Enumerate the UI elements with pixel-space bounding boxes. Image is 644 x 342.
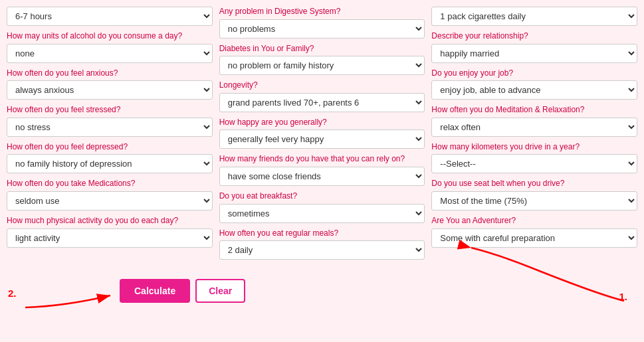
field-job: Do you enjoy your job? enjoy job, able t… — [431, 68, 637, 100]
field-driving: How many kilometers you drive in a year?… — [431, 142, 637, 174]
breakfast-label: Do you eat breakfast? — [219, 191, 425, 202]
field-anxious: How often do you feel anxious? always an… — [7, 68, 213, 100]
sleep-select[interactable]: 6-7 hours less than 6 hours 7-8 hours 8+… — [7, 7, 213, 26]
field-sleep: 6-7 hours less than 6 hours 7-8 hours 8+… — [7, 7, 213, 26]
driving-label: How many kilometers you drive in a year? — [431, 142, 637, 153]
clear-button[interactable]: Clear — [195, 279, 245, 303]
column-3: 1 pack cigarettes daily non smoker occas… — [431, 7, 637, 265]
stressed-label: How often do you feel stressed? — [7, 105, 213, 116]
smoking-select[interactable]: 1 pack cigarettes daily non smoker occas… — [431, 7, 637, 26]
adventurer-label: Are You an Adventurer? — [431, 216, 637, 226]
digestive-select[interactable]: no problems minor problems serious probl… — [219, 19, 425, 39]
digestive-label: Any problem in Digestive System? — [219, 7, 425, 17]
longevity-label: Longevity? — [219, 80, 425, 91]
seatbelt-select[interactable]: Most of the time (75%) Always (100%) Som… — [431, 191, 637, 211]
meals-select[interactable]: 2 daily 3 daily 1 daily irregular — [219, 240, 425, 260]
job-select[interactable]: enjoy job, able to advance neutral about… — [431, 80, 637, 100]
relationship-label: Describe your relationship? — [431, 31, 637, 42]
breakfast-select[interactable]: sometimes always never — [219, 204, 425, 223]
meals-label: How often you eat regular meals? — [219, 228, 425, 239]
alcohol-select[interactable]: none 1-2 units 3-4 units 5+ units — [7, 44, 213, 63]
activity-select[interactable]: light activity moderate activity high ac… — [7, 228, 213, 248]
job-label: Do you enjoy your job? — [431, 68, 637, 79]
column-2: Any problem in Digestive System? no prob… — [219, 7, 425, 265]
happy-select[interactable]: generally feel very happy sometimes happ… — [219, 129, 425, 149]
stressed-select[interactable]: no stress sometimes stressed often stres… — [7, 118, 213, 137]
depressed-label: How often do you feel depressed? — [7, 142, 213, 153]
field-smoking: 1 pack cigarettes daily non smoker occas… — [431, 7, 637, 26]
diabetes-select[interactable]: no problem or family history family hist… — [219, 56, 425, 75]
anxious-label: How often do you feel anxious? — [7, 68, 213, 79]
field-meals: How often you eat regular meals? 2 daily… — [219, 228, 425, 260]
field-medications: How often do you take Medications? seldo… — [7, 179, 213, 211]
driving-select[interactable]: --Select-- under 5000 5000-15000 15000-2… — [431, 154, 637, 173]
friends-select[interactable]: have some close friends many friends few… — [219, 167, 425, 186]
field-alcohol: How may units of alcohol do you consume … — [7, 31, 213, 63]
happy-label: How happy are you generally? — [219, 118, 425, 128]
alcohol-label: How may units of alcohol do you consume … — [7, 31, 213, 42]
depressed-select[interactable]: no family history of depression sometime… — [7, 154, 213, 173]
field-diabetes: Diabetes in You or Family? no problem or… — [219, 44, 425, 76]
relationship-select[interactable]: happily married single divorced widowed — [431, 44, 637, 63]
anxious-select[interactable]: always anxious sometimes anxious rarely … — [7, 80, 213, 100]
meditation-label: How often you do Meditation & Relaxation… — [431, 105, 637, 116]
bottom-section: 2. Calculate Clear — [7, 268, 637, 314]
field-stressed: How often do you feel stressed? no stres… — [7, 105, 213, 137]
form-grid: 6-7 hours less than 6 hours 7-8 hours 8+… — [7, 7, 637, 265]
field-longevity: Longevity? grand parents lived 70+, pare… — [219, 80, 425, 112]
friends-label: How many friends do you have that you ca… — [219, 154, 425, 165]
medications-label: How often do you take Medications? — [7, 179, 213, 189]
field-activity: How much physical activity do you do eac… — [7, 216, 213, 248]
annotation-1: 1. — [619, 291, 627, 302]
seatbelt-label: Do you use seat belt when you drive? — [431, 179, 637, 189]
diabetes-label: Diabetes in You or Family? — [219, 44, 425, 54]
field-depressed: How often do you feel depressed? no fami… — [7, 142, 213, 174]
field-breakfast: Do you eat breakfast? sometimes always n… — [219, 191, 425, 223]
field-digestive: Any problem in Digestive System? no prob… — [219, 7, 425, 39]
field-friends: How many friends do you have that you ca… — [219, 154, 425, 186]
calculate-button[interactable]: Calculate — [120, 279, 190, 303]
medications-select[interactable]: seldom use sometimes use often use daily… — [7, 191, 213, 211]
activity-label: How much physical activity do you do eac… — [7, 216, 213, 226]
column-1: 6-7 hours less than 6 hours 7-8 hours 8+… — [7, 7, 213, 265]
field-seatbelt: Do you use seat belt when you drive? Mos… — [431, 179, 637, 211]
field-relationship: Describe your relationship? happily marr… — [431, 31, 637, 63]
meditation-select[interactable]: relax often sometimes relax rarely relax… — [431, 118, 637, 137]
longevity-select[interactable]: grand parents lived 70+, parents 6 grand… — [219, 93, 425, 112]
field-meditation: How often you do Meditation & Relaxation… — [431, 105, 637, 137]
arrow-2-svg — [12, 281, 125, 311]
field-happy: How happy are you generally? generally f… — [219, 118, 425, 149]
arrow-1-svg — [431, 234, 631, 314]
